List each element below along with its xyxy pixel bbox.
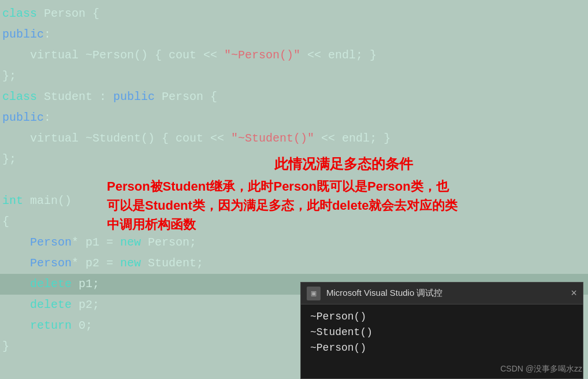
watermark: CSDN @没事多喝水zz bbox=[500, 364, 582, 374]
code-line-13: Person* p2 = new Student; bbox=[0, 253, 588, 274]
code-line-12: Person* p1 = new Person; bbox=[0, 232, 588, 253]
annotation-title: 此情况满足多态的条件 bbox=[107, 155, 580, 173]
annotation-body: Person被Student继承，此时Person既可以是Person类，也可以… bbox=[107, 177, 580, 234]
code-line-4: }; bbox=[0, 66, 588, 87]
code-line-6: public: bbox=[0, 107, 588, 128]
terminal-titlebar: ▣ Microsoft Visual Studio 调试控 × bbox=[301, 283, 583, 304]
code-line-2: public: bbox=[0, 24, 588, 45]
terminal-output-line-2: ~Student() bbox=[310, 325, 574, 340]
code-line-1: class Person { bbox=[0, 3, 588, 24]
terminal-output-line-3: ~Person() bbox=[310, 340, 574, 356]
code-line-3: virtual ~Person() { cout << "~Person()" … bbox=[0, 45, 588, 66]
terminal-output-line-1: ~Person() bbox=[310, 309, 574, 325]
terminal-app-icon: ▣ bbox=[307, 287, 321, 300]
terminal-body: ~Person() ~Student() ~Person() bbox=[301, 304, 583, 361]
terminal-close-button[interactable]: × bbox=[571, 288, 577, 299]
code-line-5: class Student : public Person { bbox=[0, 87, 588, 107]
terminal-title-text: Microsoft Visual Studio 调试控 bbox=[326, 288, 571, 299]
annotation-overlay: 此情况满足多态的条件 Person被Student继承，此时Person既可以是… bbox=[107, 155, 580, 234]
code-line-7: virtual ~Student() { cout << "~Student()… bbox=[0, 128, 588, 149]
